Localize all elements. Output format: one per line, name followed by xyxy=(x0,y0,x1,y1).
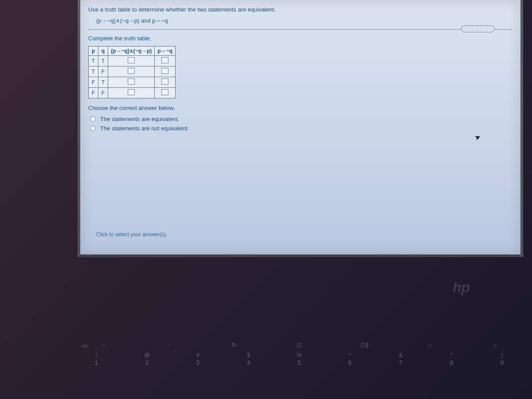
key-1: !1 xyxy=(83,352,110,366)
divider: . . . . . xyxy=(88,29,512,30)
fn-key-fullscreen-icon: ⊡ xyxy=(286,341,313,348)
keyboard: ← → ↻ ⊡ ⊡‖ ○ ○ !1 @2 #3 $4 %5 ^6 &7 *8 (… xyxy=(66,341,532,399)
col-bicond: p↔~q xyxy=(155,47,176,56)
question-prompt: Use a truth table to determine whether t… xyxy=(88,6,512,13)
cell-dropdown xyxy=(155,77,176,88)
key-5: %5 xyxy=(286,352,313,366)
answer-dropdown[interactable] xyxy=(161,68,168,74)
key-4: $4 xyxy=(235,352,262,366)
cell-dropdown xyxy=(108,88,155,98)
cell-dropdown xyxy=(155,56,176,66)
fn-key-brightdown-icon: ○ xyxy=(416,341,443,348)
key-3: #3 xyxy=(184,352,211,366)
cell-p: T xyxy=(89,66,98,77)
answer-dropdown[interactable] xyxy=(161,89,168,95)
laptop-brand-logo: hp xyxy=(453,279,470,296)
key-2: @2 xyxy=(134,352,160,366)
cell-dropdown xyxy=(155,66,176,77)
cell-p: T xyxy=(89,56,98,66)
truth-table: p q (p→~q)∧(~q→p) p↔~q T T T F F T xyxy=(88,46,176,98)
col-p: p xyxy=(89,47,98,56)
key-7: &7 xyxy=(387,352,414,366)
cell-dropdown xyxy=(155,88,176,98)
radio-option[interactable]: The statements are not equivalent. xyxy=(88,125,512,132)
fn-key-refresh-icon: ↻ xyxy=(221,341,247,348)
answer-dropdown[interactable] xyxy=(128,89,135,95)
content-area: Use a truth table to determine whether t… xyxy=(80,0,520,141)
cell-p: F xyxy=(89,77,98,88)
radio-button[interactable] xyxy=(90,125,96,131)
cell-dropdown xyxy=(108,56,155,66)
answer-dropdown[interactable] xyxy=(128,78,135,85)
table-row: T T xyxy=(89,56,176,66)
fn-key-overview-icon: ⊡‖ xyxy=(351,341,378,348)
cell-q: F xyxy=(98,66,108,77)
choose-prompt: Choose the correct answer below. xyxy=(88,105,512,111)
table-header-row: p q (p→~q)∧(~q→p) p↔~q xyxy=(89,47,176,56)
radio-option[interactable]: The statements are equivalent. xyxy=(88,116,512,122)
col-q: q xyxy=(98,47,108,56)
cell-dropdown xyxy=(108,77,155,88)
cell-q: T xyxy=(98,77,108,88)
key-6: ^6 xyxy=(336,352,363,366)
radio-button[interactable] xyxy=(90,116,96,122)
answer-dropdown[interactable] xyxy=(128,57,135,63)
cell-p: F xyxy=(89,88,98,98)
radio-label: The statements are equivalent. xyxy=(100,116,180,122)
formula-statement: (p→~q)∧(~q→p) and p↔~q xyxy=(88,17,512,24)
table-row: T F xyxy=(89,66,176,77)
col-compound: (p→~q)∧(~q→p) xyxy=(108,47,155,56)
fn-key-back-icon: ← xyxy=(90,341,117,348)
table-row: F F xyxy=(89,88,176,98)
fn-key-brightup-icon: ○ xyxy=(481,341,508,348)
number-key-row: !1 @2 #3 $4 %5 ^6 &7 *8 (9 xyxy=(75,352,523,366)
cell-dropdown xyxy=(108,66,155,77)
cell-q: T xyxy=(98,56,108,66)
quiz-screen: Use a truth table to determine whether t… xyxy=(78,0,523,257)
cell-q: F xyxy=(98,88,108,98)
answer-dropdown[interactable] xyxy=(128,68,135,74)
table-row: F T xyxy=(89,77,176,88)
key-8: *8 xyxy=(438,352,465,366)
answer-dropdown[interactable] xyxy=(161,78,168,85)
fn-key-forward-icon: → xyxy=(156,341,182,348)
answer-dropdown[interactable] xyxy=(161,57,168,63)
footer-hint: Click to select your answer(s). xyxy=(96,231,167,238)
complete-instruction: Complete the truth table. xyxy=(88,35,512,42)
collapse-badge[interactable]: . . . . . xyxy=(461,25,495,32)
fn-key-row: ← → ↻ ⊡ ⊡‖ ○ ○ xyxy=(75,341,523,348)
radio-label: The statements are not equivalent. xyxy=(100,125,189,132)
key-9: (9 xyxy=(489,352,516,366)
